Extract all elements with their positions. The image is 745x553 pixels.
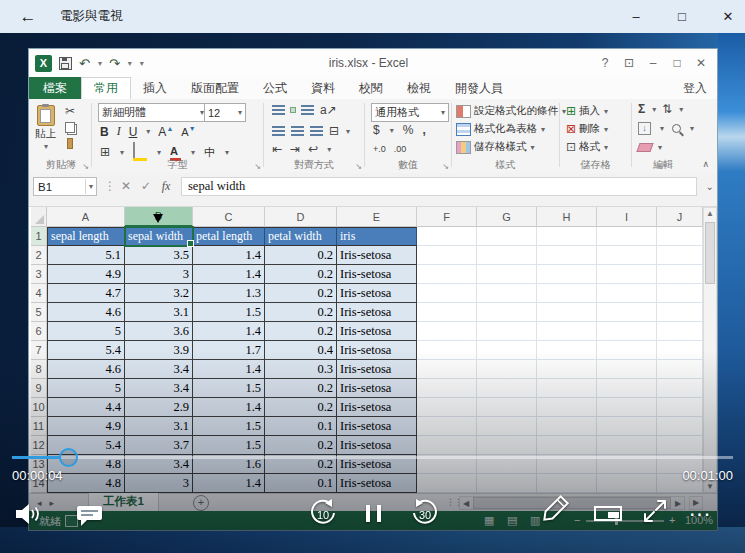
cell-I5[interactable]: [597, 303, 657, 322]
cell-E4[interactable]: Iris-setosa: [337, 284, 417, 303]
pause-button[interactable]: [377, 505, 381, 522]
cell-E7[interactable]: Iris-setosa: [337, 341, 417, 360]
cell-A1[interactable]: sepal length: [47, 227, 125, 246]
grow-font-button[interactable]: A▲: [158, 125, 173, 139]
tab-常用[interactable]: 常用: [81, 77, 131, 99]
chevron-down-icon[interactable]: ▾: [191, 148, 195, 157]
clear-icon[interactable]: [636, 143, 653, 152]
cell-E14[interactable]: Iris-setosa: [337, 474, 417, 493]
cell-G2[interactable]: [477, 246, 537, 265]
insert-function-button[interactable]: fx: [157, 177, 175, 196]
cell-J6[interactable]: [657, 322, 703, 341]
cell-C9[interactable]: 1.5: [193, 379, 265, 398]
currency-format-button[interactable]: $: [373, 124, 380, 136]
cell-I8[interactable]: [597, 360, 657, 379]
cell-E2[interactable]: Iris-setosa: [337, 246, 417, 265]
column-header-G[interactable]: G: [477, 207, 537, 227]
chevron-down-icon[interactable]: ▾: [327, 145, 331, 154]
column-header-E[interactable]: E: [337, 207, 417, 227]
borders-icon[interactable]: ⊞: [100, 146, 110, 158]
back-arrow-icon[interactable]: ←: [16, 7, 40, 27]
align-left-icon[interactable]: [272, 126, 285, 136]
cell-J1[interactable]: [657, 227, 703, 246]
cell-F10[interactable]: [417, 398, 477, 417]
cell-I6[interactable]: [597, 322, 657, 341]
chevron-down-icon[interactable]: ▾: [157, 148, 161, 157]
comma-format-button[interactable]: ,: [422, 124, 425, 136]
sort-filter-icon[interactable]: ⇅: [662, 103, 672, 115]
cell-D7[interactable]: 0.4: [265, 341, 337, 360]
cell-A3[interactable]: 4.9: [47, 265, 125, 284]
cell-J12[interactable]: [657, 436, 703, 455]
cell-C3[interactable]: 1.4: [193, 265, 265, 284]
chevron-down-icon[interactable]: ▾: [98, 59, 102, 68]
cell-E10[interactable]: Iris-setosa: [337, 398, 417, 417]
cell-D2[interactable]: 0.2: [265, 246, 337, 265]
normal-view-icon[interactable]: ▦: [484, 514, 494, 527]
chevron-down-icon[interactable]: ▾: [660, 124, 664, 133]
chevron-down-icon[interactable]: ▾: [658, 143, 662, 152]
tab-檢視[interactable]: 檢視: [395, 77, 443, 99]
cell-H5[interactable]: [537, 303, 597, 322]
cell-C10[interactable]: 1.4: [193, 398, 265, 417]
cell-H3[interactable]: [537, 265, 597, 284]
chevron-down-icon[interactable]: ▾: [690, 124, 694, 133]
row-header-9[interactable]: 9: [31, 379, 47, 398]
tab-插入[interactable]: 插入: [131, 77, 179, 99]
align-bottom-icon[interactable]: [301, 105, 314, 115]
chevron-down-icon[interactable]: ▾: [128, 59, 132, 68]
italic-button[interactable]: I: [117, 124, 121, 139]
cell-E3[interactable]: Iris-setosa: [337, 265, 417, 284]
cell-I7[interactable]: [597, 341, 657, 360]
merge-center-icon[interactable]: ⊟: [329, 125, 339, 137]
cell-B5[interactable]: 3.1: [125, 303, 193, 322]
cell-J11[interactable]: [657, 417, 703, 436]
cell-J9[interactable]: [657, 379, 703, 398]
cell-E8[interactable]: Iris-setosa: [337, 360, 417, 379]
chevron-down-icon[interactable]: ▾: [225, 148, 229, 157]
cell-E1[interactable]: iris: [337, 227, 417, 246]
sign-in-link[interactable]: 登入: [683, 77, 717, 99]
fullscreen-button[interactable]: [641, 497, 669, 525]
cell-D3[interactable]: 0.2: [265, 265, 337, 284]
excel-maximize-button[interactable]: □: [665, 56, 689, 70]
styles-item-1[interactable]: 設定格式化的條件▾: [456, 102, 566, 120]
cancel-entry-button[interactable]: ✕: [117, 177, 135, 196]
subtitles-icon[interactable]: [76, 505, 104, 527]
row-header-5[interactable]: 5: [31, 303, 47, 322]
cell-J2[interactable]: [657, 246, 703, 265]
column-header-F[interactable]: F: [417, 207, 477, 227]
cell-A7[interactable]: 5.4: [47, 341, 125, 360]
app-maximize-button[interactable]: □: [659, 0, 705, 33]
paste-button[interactable]: 貼上: [35, 127, 56, 141]
cell-C5[interactable]: 1.5: [193, 303, 265, 322]
percent-format-button[interactable]: %: [403, 124, 414, 136]
cell-A4[interactable]: 4.7: [47, 284, 125, 303]
cell-F9[interactable]: [417, 379, 477, 398]
cell-D12[interactable]: 0.2: [265, 436, 337, 455]
cell-D1[interactable]: petal width: [265, 227, 337, 246]
new-sheet-button[interactable]: +: [193, 495, 209, 511]
zoom-out-button[interactable]: −: [574, 514, 580, 526]
tab-公式[interactable]: 公式: [251, 77, 299, 99]
skip-forward-30-button[interactable]: 30: [408, 498, 442, 526]
column-header-I[interactable]: I: [597, 207, 657, 227]
scroll-left-icon[interactable]: ◀: [460, 499, 472, 508]
cell-C11[interactable]: 1.5: [193, 417, 265, 436]
seek-bar-track[interactable]: [12, 456, 733, 459]
column-header-D[interactable]: D: [265, 207, 337, 227]
cell-G7[interactable]: [477, 341, 537, 360]
excel-close-button[interactable]: ✕: [689, 56, 713, 70]
cell-B3[interactable]: 3: [125, 265, 193, 284]
cell-B6[interactable]: 3.6: [125, 322, 193, 341]
name-box[interactable]: B1 ▾: [33, 177, 97, 196]
styles-item-3[interactable]: 儲存格樣式▾: [456, 138, 566, 156]
cell-G10[interactable]: [477, 398, 537, 417]
cell-C6[interactable]: 1.4: [193, 322, 265, 341]
chevron-down-icon[interactable]: ▾: [390, 126, 394, 135]
row-header-11[interactable]: 11: [31, 417, 47, 436]
cell-H14[interactable]: [537, 474, 597, 493]
cell-F2[interactable]: [417, 246, 477, 265]
excel-logo-icon[interactable]: X: [35, 55, 52, 72]
more-options-button[interactable]: ···: [690, 506, 712, 524]
